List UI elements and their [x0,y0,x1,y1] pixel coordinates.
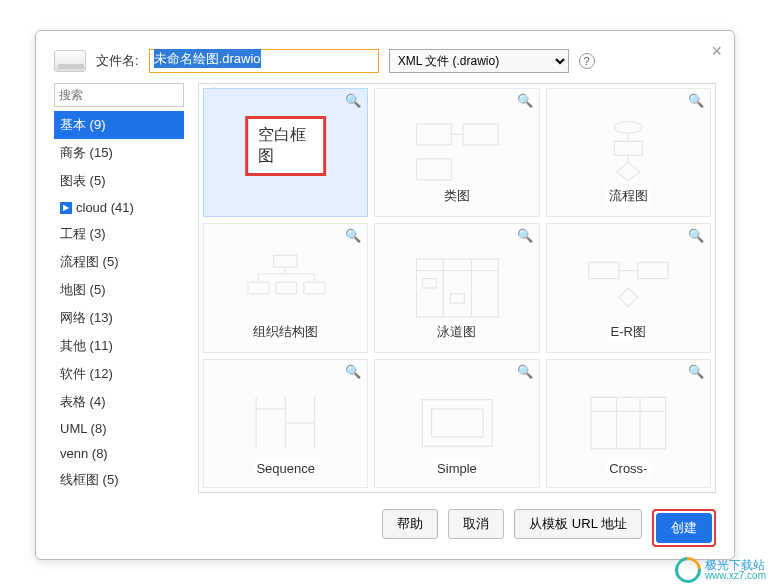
svg-rect-32 [422,400,492,447]
category-item[interactable]: 地图 (5) [54,276,184,304]
search-input[interactable] [59,88,209,102]
help-button[interactable]: 帮助 [382,509,438,539]
filename-label: 文件名: [96,52,139,70]
template-tile[interactable]: 🔍流程图 [546,88,711,217]
play-icon: ▶ [60,202,72,214]
category-item[interactable]: 流程图 (5) [54,248,184,276]
svg-marker-25 [619,288,638,307]
filename-value: 未命名绘图.drawio [154,49,261,68]
template-grid: 🔍空白框图🔍类图🔍流程图🔍组织结构图🔍泳道图🔍E-R图🔍Sequence🔍Sim… [199,84,715,492]
category-list: 基本 (9)商务 (15)图表 (5)▶cloud (41)工程 (3)流程图 … [54,111,184,493]
template-thumbnail [392,118,523,188]
template-thumbnail [563,253,694,323]
category-item[interactable]: 线框图 (5) [54,466,184,493]
template-tile[interactable]: 🔍空白框图 [203,88,368,217]
new-diagram-dialog: × 文件名: 未命名绘图.drawio XML 文件 (.drawio) ? 🔍… [35,30,735,560]
category-item[interactable]: venn (8) [54,441,184,466]
category-item[interactable]: 商务 (15) [54,139,184,167]
template-thumbnail [563,118,694,188]
template-tile[interactable]: 🔍泳道图 [374,223,539,352]
category-label: 其他 (11) [60,337,113,355]
category-item[interactable]: 工程 (3) [54,220,184,248]
svg-rect-9 [274,255,297,267]
magnify-icon[interactable]: 🔍 [517,228,533,243]
template-label: Cross- [606,460,650,477]
template-tile[interactable]: 🔍组织结构图 [203,223,368,352]
close-icon[interactable]: × [711,41,722,62]
category-item[interactable]: UML (8) [54,416,184,441]
template-tile[interactable]: 🔍Cross- [546,359,711,488]
template-label: Sequence [253,460,318,477]
category-label: 图表 (5) [60,172,106,190]
svg-rect-5 [614,141,642,155]
category-label: 工程 (3) [60,225,106,243]
magnify-icon[interactable]: 🔍 [688,228,704,243]
magnify-icon[interactable]: 🔍 [345,228,361,243]
template-label: 组织结构图 [250,322,321,342]
template-thumbnail [563,388,694,458]
search-box[interactable]: 🔍 [54,83,184,107]
svg-rect-23 [589,262,619,278]
template-thumbnail [392,388,523,458]
svg-rect-33 [431,409,482,437]
help-icon[interactable]: ? [579,53,595,69]
category-label: 表格 (4) [60,393,106,411]
category-item[interactable]: 表格 (4) [54,388,184,416]
template-label: E-R图 [608,322,649,342]
category-item[interactable]: 图表 (5) [54,167,184,195]
svg-rect-24 [638,262,668,278]
watermark-url: www.xz7.com [705,571,766,581]
file-format-select[interactable]: XML 文件 (.drawio) [389,49,569,73]
magnify-icon[interactable]: 🔍 [688,364,704,379]
dialog-body: 🔍 基本 (9)商务 (15)图表 (5)▶cloud (41)工程 (3)流程… [36,83,734,493]
category-label: 线框图 (5) [60,471,119,489]
svg-rect-34 [591,398,666,449]
svg-rect-0 [416,123,451,144]
template-tile[interactable]: 🔍Simple [374,359,539,488]
category-label: 网络 (13) [60,309,113,327]
magnify-icon[interactable]: 🔍 [517,93,533,108]
cancel-button[interactable]: 取消 [448,509,504,539]
category-label: 基本 (9) [60,116,106,134]
magnify-icon[interactable]: 🔍 [345,93,361,108]
from-url-button[interactable]: 从模板 URL 地址 [514,509,642,539]
category-label: 地图 (5) [60,281,106,299]
magnify-icon[interactable]: 🔍 [688,93,704,108]
svg-rect-22 [450,294,464,303]
category-item[interactable]: 网络 (13) [54,304,184,332]
template-tile[interactable]: 🔍E-R图 [546,223,711,352]
drive-icon [54,50,86,72]
category-item[interactable]: 基本 (9) [54,111,184,139]
category-item[interactable]: 软件 (12) [54,360,184,388]
category-label: 流程图 (5) [60,253,119,271]
svg-point-4 [614,121,642,133]
watermark: 极光下载站 www.xz7.com [675,557,766,583]
template-thumbnail [220,388,351,458]
svg-rect-2 [416,158,451,179]
template-tile[interactable]: 🔍类图 [374,88,539,217]
create-highlight: 创建 [652,509,716,547]
template-label: 空白框图 [245,116,327,176]
template-label: 流程图 [606,186,651,206]
category-item[interactable]: 其他 (11) [54,332,184,360]
category-sidebar: 🔍 基本 (9)商务 (15)图表 (5)▶cloud (41)工程 (3)流程… [54,83,184,493]
template-gallery: 🔍空白框图🔍类图🔍流程图🔍组织结构图🔍泳道图🔍E-R图🔍Sequence🔍Sim… [198,83,716,493]
template-label: Simple [434,460,480,477]
svg-rect-1 [463,123,498,144]
magnify-icon[interactable]: 🔍 [345,364,361,379]
template-thumbnail [392,253,523,323]
svg-rect-21 [422,279,436,288]
svg-rect-12 [304,282,325,294]
filename-input[interactable]: 未命名绘图.drawio [149,49,379,73]
category-item[interactable]: ▶cloud (41) [54,195,184,220]
watermark-logo-icon [670,552,707,587]
template-label: 类图 [441,186,473,206]
create-button[interactable]: 创建 [656,513,712,543]
svg-rect-11 [276,282,297,294]
template-tile[interactable]: 🔍Sequence [203,359,368,488]
dialog-header: 文件名: 未命名绘图.drawio XML 文件 (.drawio) ? [36,31,734,83]
category-label: cloud (41) [76,200,134,215]
template-label: 泳道图 [434,322,479,342]
category-label: 软件 (12) [60,365,113,383]
magnify-icon[interactable]: 🔍 [517,364,533,379]
